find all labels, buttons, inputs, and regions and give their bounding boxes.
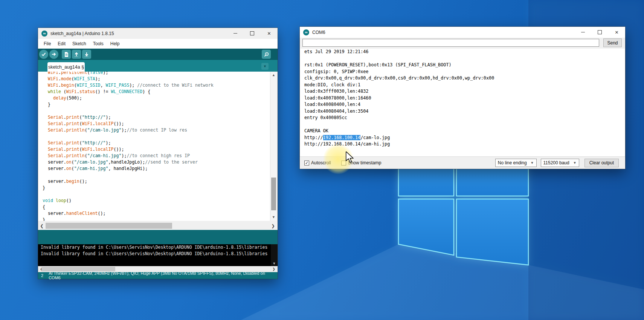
scroll-down-icon[interactable]: ▼ (271, 262, 278, 265)
code-line (43, 191, 214, 198)
menu-sketch[interactable]: Sketch (69, 41, 90, 46)
arduino-window-title: sketch_aug14a | Arduino 1.8.15 (50, 31, 114, 36)
code-line: } (43, 185, 214, 191)
serial-output-line: load:0x3fff0030,len:4832 (300, 88, 625, 95)
code-editor[interactable]: WiFi.persistent(false); WiFi.mode(WIFI_S… (38, 72, 270, 221)
code-line: WiFi.begin(WIFI_SSID, WIFI_PASS); //conn… (43, 82, 214, 89)
console-message: Invalid library found in C:\Users\Servis… (38, 244, 278, 251)
document-icon (64, 52, 69, 57)
mouse-cursor (346, 152, 354, 163)
arduino-ide-window: ∞ sketch_aug14a | Arduino 1.8.15 ✕ FileE… (38, 28, 278, 279)
code-line: Serial.println("/cam-lo.jpg");//to conne… (43, 127, 214, 133)
serial-output-line: http://192.168.100.14/cam-hi.jpg (300, 141, 625, 148)
code-line: while (WiFi.status() != WL_CONNECTED) { (43, 89, 214, 95)
send-button[interactable]: Send (603, 38, 622, 47)
minimize-button[interactable] (574, 27, 591, 38)
status-message-band (38, 230, 278, 244)
code-line: Serial.print(WiFi.localIP()); (43, 121, 214, 127)
serial-window-title: COM6 (312, 30, 325, 35)
serial-output-line: http://192.168.100.14/cam-lo.jpg (300, 135, 625, 141)
line-ending-select[interactable]: No line ending ▼ (495, 159, 537, 167)
code-text: WiFi.persistent(false); WiFi.mode(WIFI_S… (43, 72, 214, 221)
arduino-tabbar: sketch_aug14a § ▼ (38, 60, 278, 72)
code-line: } (43, 217, 214, 221)
serial-output-line: entry 0x400805cc (300, 115, 625, 121)
open-sketch-button[interactable] (72, 50, 81, 59)
maximize-button[interactable] (244, 28, 261, 39)
autoscroll-checkbox[interactable]: ✓ (304, 161, 309, 165)
menu-tools[interactable]: Tools (90, 41, 107, 46)
arduino-app-icon: ∞ (303, 29, 309, 35)
serial-output-line: load:0x40080404,len:3504 (300, 108, 625, 115)
save-sketch-button[interactable] (82, 50, 91, 59)
maximize-button[interactable] (591, 27, 608, 38)
menu-file[interactable]: File (40, 41, 54, 46)
editor-horizontal-scrollbar[interactable]: ❮ ❯ (38, 222, 278, 230)
menu-edit[interactable]: Edit (54, 41, 69, 46)
code-line: server.on("/cam-hi.jpg", handleJpgHi); (43, 165, 214, 172)
logo-pane-top-left (398, 167, 454, 196)
serial-titlebar[interactable]: ∞ COM6 ✕ (300, 27, 625, 38)
console-vertical-scrollbar[interactable]: ▼ (271, 244, 278, 266)
close-button[interactable]: ✕ (261, 28, 278, 39)
serial-output-line (300, 121, 625, 128)
chevron-down-icon: ▼ (531, 161, 534, 165)
serial-output-line: mode:DIO, clock div:1 (300, 82, 625, 89)
arduino-app-icon: ∞ (41, 31, 47, 37)
scroll-up-icon[interactable]: ▲ (270, 72, 277, 78)
arduino-toolbar (38, 49, 278, 60)
editor-hscroll-thumb[interactable] (46, 223, 172, 229)
desktop: ∞ sketch_aug14a | Arduino 1.8.15 ✕ FileE… (0, 0, 644, 320)
editor-vertical-scrollbar[interactable]: ▲ ▼ (270, 72, 277, 221)
new-sketch-button[interactable] (62, 50, 71, 59)
cursor-line-indicator: 2 (41, 273, 43, 278)
logo-pane-top-right (456, 167, 528, 196)
code-line: Serial.print("http://"); (43, 114, 214, 121)
serial-output-line (300, 55, 625, 62)
verify-button[interactable] (39, 50, 48, 59)
line-ending-value: No line ending (498, 160, 527, 165)
serial-output-line: CAMERA OK (300, 128, 625, 135)
scroll-down-icon[interactable]: ▼ (270, 214, 277, 220)
logo-pane-bottom-right (456, 199, 528, 265)
arrow-right-icon (51, 52, 56, 57)
code-line (43, 108, 214, 114)
console-message: Invalid library found in C:\Users\Servis… (38, 251, 278, 257)
code-line: server.handleClient(); (43, 210, 214, 217)
scroll-right-icon[interactable]: ❯ (270, 222, 276, 230)
serial-monitor-window: ∞ COM6 ✕ Send ets Jul 29 2019 12:21:46 r… (300, 27, 625, 169)
baud-rate-value: 115200 baud (543, 160, 569, 165)
clear-output-button[interactable]: Clear output (584, 159, 619, 167)
serial-output-line: clk_drv:0x00,q_drv:0x00,d_drv:0x00,cs0_d… (300, 75, 625, 82)
code-line: Serial.print("http://"); (43, 140, 214, 146)
arrow-down-icon (84, 52, 89, 57)
tab-list-dropdown-button[interactable]: ▼ (261, 63, 269, 70)
serial-output-line: ets Jul 29 2019 12:21:46 (300, 49, 625, 55)
code-line: } (43, 101, 214, 108)
minimize-button[interactable] (227, 28, 244, 39)
selected-text: 192.168.100.14 (323, 135, 360, 140)
code-line: server.on("/cam-lo.jpg",handleJpgLo);//s… (43, 159, 214, 165)
tab-sketch-aug14a[interactable]: sketch_aug14a § (47, 62, 85, 72)
serial-output[interactable]: ets Jul 29 2019 12:21:46 rst:0x1 (POWERO… (300, 49, 625, 156)
arrow-up-icon (74, 52, 79, 57)
arduino-menubar: FileEditSketchToolsHelp (38, 39, 278, 49)
arduino-titlebar[interactable]: ∞ sketch_aug14a | Arduino 1.8.15 ✕ (38, 28, 278, 39)
code-line: Serial.println("/cam-hi.jpg");//to conne… (43, 153, 214, 159)
board-info-text: AI Thinker ESP32-CAM, 240MHz (WiFi/BT), … (49, 271, 278, 280)
editor-vscroll-thumb[interactable] (271, 178, 276, 210)
menu-help[interactable]: Help (107, 41, 123, 46)
serial-monitor-button[interactable] (262, 50, 271, 59)
code-line: { (43, 204, 214, 210)
upload-button[interactable] (49, 50, 58, 59)
code-line: WiFi.persistent(false); (43, 72, 214, 76)
baud-rate-select[interactable]: 115200 baud ▼ (541, 159, 579, 167)
serial-send-input[interactable] (302, 39, 599, 47)
build-console: Invalid library found in C:\Users\Servis… (38, 244, 278, 266)
scroll-left-icon[interactable]: ❮ (39, 222, 45, 230)
close-button[interactable]: ✕ (608, 27, 625, 38)
code-line: server.begin(); (43, 178, 214, 185)
magnifier-icon (264, 52, 269, 57)
code-line (43, 172, 214, 178)
serial-output-line: load:0x40080400,len:4 (300, 101, 625, 108)
